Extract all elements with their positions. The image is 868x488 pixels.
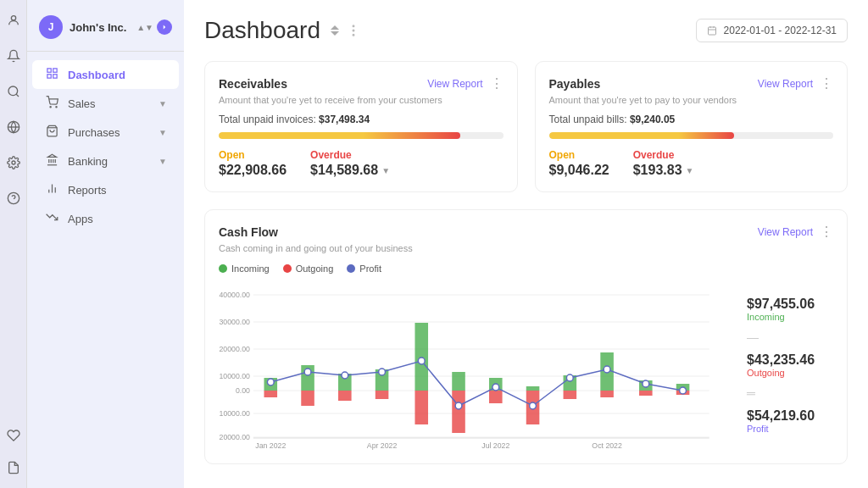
receivables-amounts: Open $22,908.66 Overdue $14,589.68 ▼	[219, 149, 504, 178]
cashflow-menu[interactable]: ⋮	[820, 224, 833, 240]
payables-open-value: $9,046.22	[549, 163, 609, 178]
svg-rect-55	[415, 391, 428, 424]
svg-point-73	[379, 369, 386, 375]
cashflow-chart: 40000.00 30000.00 20000.00 10000.00 0.00…	[219, 280, 730, 450]
apps-icon	[44, 211, 59, 226]
svg-text:-20000.00: -20000.00	[219, 433, 250, 441]
cashflow-subtitle: Cash coming in and going out of your bus…	[219, 243, 833, 253]
date-range-picker[interactable]: 2022-01-01 - 2022-12-31	[696, 19, 848, 42]
sidebar-item-purchases[interactable]: Purchases ▼	[32, 118, 179, 147]
stat-sep-2: ═	[747, 386, 833, 400]
profit-value: $54,219.60	[747, 408, 833, 424]
svg-point-26	[353, 35, 354, 36]
svg-text:10000.00: 10000.00	[220, 372, 251, 380]
chart-legend: Incoming Outgoing Profit	[219, 263, 833, 274]
purchases-label: Purchases	[68, 126, 120, 139]
svg-text:Apr 2022: Apr 2022	[367, 441, 398, 450]
legend-incoming: Incoming	[219, 263, 270, 274]
profit-label: Profit	[747, 424, 833, 434]
heart-icon[interactable]	[3, 425, 24, 446]
svg-rect-49	[301, 391, 314, 406]
stat-sep-1: —	[747, 330, 833, 344]
payables-chevron-down[interactable]: ▼	[686, 166, 694, 175]
page-title: Dashboard	[204, 17, 320, 44]
sidebar-item-banking[interactable]: Banking ▼	[32, 147, 179, 175]
stat-outgoing: $43,235.46 Outgoing	[747, 352, 833, 378]
svg-text:-10000.00: -10000.00	[219, 409, 250, 418]
help-icon[interactable]	[3, 188, 24, 208]
settings-icon[interactable]	[3, 152, 24, 173]
svg-point-0	[11, 16, 15, 20]
receivables-view-report[interactable]: View Report	[427, 78, 482, 90]
svg-point-24	[353, 25, 354, 27]
svg-point-78	[566, 374, 573, 381]
svg-text:30000.00: 30000.00	[220, 318, 251, 326]
svg-rect-67	[639, 391, 653, 396]
payables-subtitle: Amount that you're yet to pay to your ve…	[549, 95, 834, 105]
sidebar-item-dashboard[interactable]: Dashboard	[32, 60, 179, 89]
svg-point-1	[8, 86, 18, 96]
sales-chevron: ▼	[159, 99, 167, 108]
notification-icon[interactable]	[3, 46, 24, 66]
sidebar-item-sales[interactable]: Sales ▼	[32, 89, 179, 118]
banking-icon	[44, 153, 59, 169]
receivables-total: Total unpaid invoices: $37,498.34	[219, 114, 504, 125]
purchases-icon	[44, 125, 59, 140]
receivables-overdue-label: Overdue	[310, 149, 390, 161]
receivables-chevron-down[interactable]: ▼	[381, 166, 390, 175]
icon-sidebar	[0, 0, 27, 488]
date-range-value: 2022-01-01 - 2022-12-31	[724, 25, 837, 36]
receivables-menu[interactable]: ⋮	[490, 75, 504, 92]
legend-profit: Profit	[347, 263, 381, 274]
svg-text:20000.00: 20000.00	[220, 345, 251, 353]
svg-rect-51	[338, 391, 352, 401]
reports-label: Reports	[68, 184, 107, 197]
svg-text:Jul 2022: Jul 2022	[481, 441, 509, 450]
svg-text:Jan 2022: Jan 2022	[255, 441, 286, 450]
svg-text:Oct 2022: Oct 2022	[592, 441, 622, 450]
svg-rect-65	[600, 391, 614, 397]
dashboard-label: Dashboard	[68, 69, 125, 81]
receivables-card: Receivables View Report ⋮ Amount that yo…	[204, 61, 518, 192]
cards-row: Receivables View Report ⋮ Amount that yo…	[204, 61, 848, 192]
company-controls[interactable]: ▲▼	[136, 19, 172, 35]
sidebar-item-apps[interactable]: Apps	[32, 204, 179, 233]
nav-sidebar: J John's Inc. ▲▼ Dashboard Sales ▼ Purch…	[27, 0, 184, 488]
company-header: J John's Inc. ▲▼	[27, 10, 184, 52]
svg-point-76	[492, 384, 499, 391]
banking-label: Banking	[68, 155, 108, 168]
document-icon[interactable]	[3, 458, 24, 478]
svg-rect-10	[53, 75, 56, 78]
payables-menu[interactable]: ⋮	[820, 75, 833, 92]
payables-open: Open $9,046.22	[549, 149, 609, 178]
receivables-progress-bar	[219, 132, 504, 139]
svg-rect-8	[47, 69, 50, 72]
company-name: John's Inc.	[70, 21, 130, 34]
svg-point-12	[50, 107, 51, 108]
cashflow-view-report[interactable]: View Report	[758, 226, 813, 238]
payables-bar-fill	[549, 132, 734, 139]
receivables-open-label: Open	[219, 149, 287, 161]
svg-text:0.00: 0.00	[236, 386, 250, 395]
svg-point-81	[680, 387, 687, 394]
payables-title: Payables	[549, 77, 601, 91]
incoming-dot	[219, 264, 227, 273]
cashflow-header: Cash Flow View Report ⋮	[219, 224, 833, 240]
svg-rect-54	[415, 323, 428, 391]
user-icon[interactable]	[3, 10, 24, 30]
payables-total: Total unpaid bills: $9,240.05	[549, 114, 834, 125]
payables-view-report[interactable]: View Report	[758, 78, 813, 90]
sidebar-item-reports[interactable]: Reports	[32, 175, 179, 204]
cashflow-section: Cash Flow View Report ⋮ Cash coming in a…	[204, 209, 848, 464]
chart-stats: $97,455.06 Incoming — $43,235.46 Outgoin…	[740, 280, 833, 450]
svg-point-70	[267, 379, 274, 385]
search-icon[interactable]	[3, 81, 24, 102]
stat-profit: $54,219.60 Profit	[747, 408, 833, 434]
receivables-subtitle: Amount that you're yet to receive from y…	[219, 95, 504, 105]
svg-point-71	[304, 369, 311, 375]
svg-point-75	[455, 402, 462, 409]
receivables-bar-fill	[219, 132, 460, 139]
globe-icon[interactable]	[3, 117, 24, 137]
svg-rect-63	[564, 391, 577, 399]
payables-open-label: Open	[549, 149, 609, 161]
